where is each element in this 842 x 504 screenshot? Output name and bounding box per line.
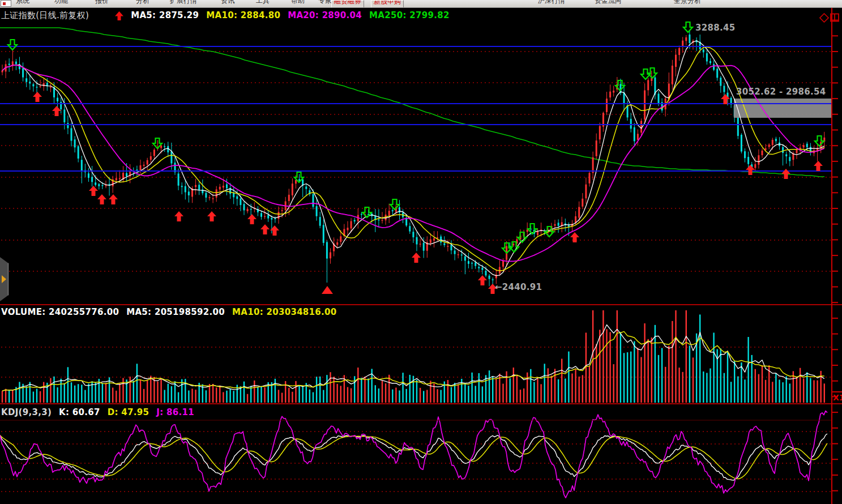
menu-item[interactable]: 专家 [318, 0, 332, 6]
buy-arrow-icon [247, 214, 257, 224]
sidebar-expand-handle[interactable] [0, 257, 8, 301]
kdj-pane-header: KDJ(9,3,3)K: 60.67D: 47.95J: 86.11 [1, 407, 194, 417]
instrument-title: 上证指数(日线.前复权) [1, 10, 89, 21]
up-arrow-icon [96, 11, 123, 20]
value-label: D: 47.95 [108, 407, 149, 417]
value-label: MA5: 2875.29 [131, 10, 199, 20]
value-label: KDJ(9,3,3) [1, 407, 52, 417]
menu-item[interactable]: 扩展行情 [170, 0, 197, 6]
diamond-icon[interactable] [819, 13, 829, 23]
gap-zone-box [734, 99, 831, 118]
volume-pane-header: VOLUME: 240255776.00MA5: 205198592.00MA1… [1, 307, 337, 317]
menu-item[interactable]: 资金流向 [595, 0, 622, 6]
menu-item[interactable]: 工具 [256, 0, 270, 6]
buy-arrow-icon [412, 253, 421, 263]
value-label: J: 86.11 [156, 407, 194, 417]
menu-item[interactable]: 系统 [16, 0, 29, 6]
value-label: MA10: 203034816.00 [232, 307, 337, 317]
sell-arrow-icon [648, 68, 657, 78]
buy-arrow-icon [570, 232, 579, 242]
menu-item[interactable]: 帮助 [291, 0, 305, 6]
buy-arrow-icon [746, 165, 755, 175]
buy-arrow-icon [174, 211, 183, 221]
buy-triangle-icon [322, 286, 333, 294]
value-label: K: 60.67 [59, 407, 100, 417]
sell-arrow-icon [683, 22, 693, 32]
sell-arrow-icon [8, 40, 17, 50]
value-label: MA10: 2884.80 [206, 10, 280, 20]
value-label: VOLUME: 240255776.00 [1, 307, 119, 317]
app-logo-icon [1, 0, 11, 7]
buy-arrow-icon [89, 186, 98, 196]
main-pane-header: 上证指数(日线.前复权) MA5: 2875.29MA10: 2884.80MA… [1, 10, 450, 21]
menu-item[interactable]: 报价 [95, 0, 109, 6]
trough-annotation: ←2440.91 [495, 282, 542, 292]
menu-item[interactable]: 沪深行情 [538, 0, 565, 6]
menu-item[interactable]: 全景分析 [674, 0, 701, 6]
stock-chart-canvas[interactable] [0, 0, 842, 504]
sell-arrow-icon [362, 207, 371, 217]
expand-arrow-icon [2, 275, 6, 283]
buy-arrow-icon [97, 194, 106, 204]
menu-item[interactable]: 功能 [54, 0, 68, 6]
gap-annotation: 3052.62 - 2986.54 [736, 87, 826, 97]
buy-arrow-icon [207, 211, 216, 221]
candlesticks [2, 31, 826, 287]
sell-arrow-icon [815, 136, 824, 146]
menu-button[interactable]: 新股申购 [371, 0, 404, 8]
trade-signals [8, 22, 824, 294]
grid-lines [1, 52, 831, 492]
window-split-icon[interactable] [830, 13, 840, 22]
buy-arrow-icon [814, 161, 823, 171]
volume-ma-lines [2, 325, 824, 391]
ma-values: MA5: 2875.29MA10: 2884.80MA20: 2890.04MA… [131, 10, 449, 20]
buy-arrow-icon [33, 92, 42, 102]
kdj-lines [0, 411, 827, 498]
volume-bars [2, 310, 824, 403]
trading-app-window: 系统功能报价分析扩展行情资讯工具帮助专家沪深行情资金流向全景分析融资融券新股申购… [0, 0, 842, 504]
menu-item[interactable]: 分析 [136, 0, 149, 6]
menu-bar: 系统功能报价分析扩展行情资讯工具帮助专家沪深行情资金流向全景分析融资融券新股申购 [0, 0, 842, 8]
value-label: MA250: 2799.82 [369, 10, 450, 20]
buy-arrow-icon [721, 94, 730, 104]
peak-annotation: 3288.45 [695, 23, 735, 33]
menu-button[interactable]: 融资融券 [331, 0, 364, 8]
buy-arrow-icon [109, 194, 118, 204]
x-axis-scale-badge[interactable]: X1 [833, 393, 842, 402]
buy-arrow-icon [260, 224, 270, 234]
value-label: MA20: 2890.04 [288, 10, 362, 20]
menu-item[interactable]: 资讯 [221, 0, 234, 6]
value-label: MA5: 205198592.00 [126, 307, 225, 317]
